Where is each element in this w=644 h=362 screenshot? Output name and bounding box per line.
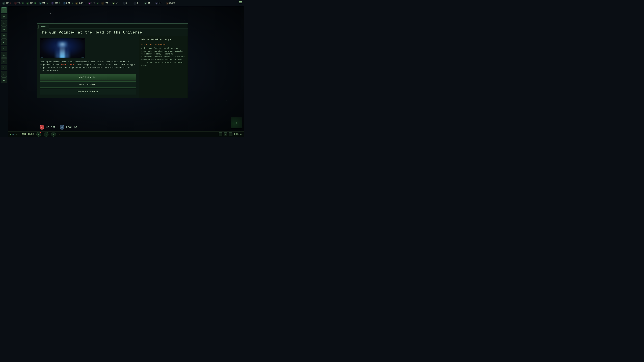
resource-fleet-power: ⚡ +74: [100, 2, 110, 5]
left-sidebar: ⚜ ◉ ⊕ ◕ ⊗ ⊳ ⚗ ☡ ✦ ✕ ◈ ✿: [0, 6, 8, 137]
resource-research: ⬡ 245K +2: [62, 2, 74, 5]
resource-pops: ♟ 24: [143, 2, 153, 5]
influence-icon: ◆: [88, 2, 91, 5]
research-value: 245K: [66, 2, 70, 4]
minimap-decoration: ✦: [236, 121, 238, 125]
event-description: Leading scientists across all conceivabl…: [40, 60, 136, 72]
fleets-value: 2/9: [158, 2, 162, 4]
consumer-delta: +10: [46, 2, 48, 4]
speed-chevron-3: ›: [18, 133, 19, 135]
sidebar-item-fleets[interactable]: ⊳: [1, 39, 7, 45]
image-glow: [57, 41, 68, 48]
influence-delta: +14: [96, 2, 98, 4]
event-image: [40, 38, 85, 58]
pops-value: 24: [148, 2, 150, 4]
look-at-label: Look At: [66, 126, 77, 129]
menu-line-1: [239, 1, 242, 2]
bottom-ctrl-1[interactable]: ⊟: [219, 132, 222, 136]
sidebar-item-traditions[interactable]: ✦: [1, 58, 7, 64]
center-icon-2[interactable]: ⊛: [44, 132, 48, 137]
sidebar-item-empire[interactable]: ⚜: [1, 7, 7, 13]
speed-indicator: › › ›: [14, 133, 19, 135]
l3-button-icon: L3: [60, 125, 64, 130]
info-divider: [142, 42, 185, 42]
center-icon-1[interactable]: ⊕: [36, 132, 41, 137]
systems-value: 1: [137, 2, 138, 4]
research-delta: +2: [71, 2, 72, 4]
resource-credits: ⚙ 69K -9: [1, 2, 12, 5]
choice-neutron-sweep[interactable]: Neutron Sweep: [40, 81, 136, 88]
select-label: Select: [46, 126, 56, 129]
empire-name: Dethlar: [234, 133, 242, 135]
consumer-icon: ◈: [39, 2, 42, 5]
alloys-value: 34K: [55, 2, 58, 4]
modal-right-panel: Divine Dethakkan League: Planet-Killer W…: [139, 36, 188, 98]
modal-tab-event[interactable]: Event: [38, 25, 49, 28]
resource-military: ⚔ 19/168: [165, 2, 176, 5]
modal-header: The Gun Pointed at the Head of the Unive…: [37, 28, 188, 36]
choice-world-cracker[interactable]: World Cracker: [40, 74, 136, 80]
food-value: 36K: [30, 2, 33, 4]
alert-icon[interactable]: ⚠: [58, 133, 60, 136]
alloys-delta: +7: [58, 2, 60, 4]
bottom-action-bar: ✕ Select L3 Look At: [37, 123, 97, 131]
play-controls: ▶ ◎ › › ›: [10, 133, 19, 136]
x-button-label: ✕: [41, 126, 42, 129]
info-weapon-desc: A directed feed of thermic energy superh…: [142, 47, 185, 67]
planets-icon: ●: [123, 2, 126, 5]
info-faction-name: Divine Dethakkan League:: [142, 38, 185, 41]
stability-icon: ☯: [112, 2, 115, 5]
unity-value: 1.1K: [79, 2, 83, 4]
mini-map[interactable]: ✦: [231, 117, 242, 128]
status-bar: ▶ ◎ › › › 2205.09.02 ⊕ ⊛ ⊡ ⚠ ⊟ ⊞ ⊠ Dethl…: [8, 131, 244, 137]
sidebar-item-policies[interactable]: ☡: [1, 52, 7, 58]
sidebar-item-war[interactable]: ✕: [1, 65, 7, 70]
game-date: 2205.09.02: [22, 133, 34, 135]
resource-fleets: ⚓ 2/9: [154, 2, 164, 5]
research-icon: ⬡: [63, 2, 66, 5]
center-icon-3[interactable]: ⊡: [51, 132, 56, 137]
speed-chevron-1: ›: [14, 133, 16, 135]
sidebar-item-species[interactable]: ◉: [1, 14, 7, 19]
resource-alloys: ⬡ 34K +7: [50, 2, 61, 5]
influence-value: 948K: [92, 2, 96, 4]
corner-bl: [40, 55, 43, 57]
look-at-action[interactable]: L3 Look At: [60, 125, 77, 130]
planets-value: 2: [126, 2, 127, 4]
modal-body: Leading scientists across all conceivabl…: [37, 36, 188, 98]
corner-br: [82, 55, 84, 57]
play-button[interactable]: ▶: [10, 133, 12, 136]
unity-delta: +4: [83, 2, 85, 4]
food-delta: +33: [33, 2, 36, 4]
pause-button[interactable]: ◎: [12, 133, 14, 135]
resource-unity: ◉ 1.1K +4: [74, 2, 86, 5]
fleet-power-value: +74: [105, 2, 108, 4]
fleets-icon: ⚓: [155, 2, 158, 5]
menu-button[interactable]: [239, 1, 242, 3]
credits-delta: -9: [10, 2, 11, 4]
sidebar-item-contacts[interactable]: ✿: [1, 77, 7, 83]
minerals-value: 37K: [18, 2, 20, 4]
systems-icon: ✦: [134, 2, 136, 5]
sidebar-item-council[interactable]: ⊕: [1, 20, 7, 26]
modal-left-panel: Leading scientists across all conceivabl…: [37, 36, 139, 98]
credits-value: 69K: [6, 2, 9, 4]
select-action[interactable]: ✕ Select: [40, 125, 56, 130]
sidebar-item-sectors[interactable]: ⊗: [1, 33, 7, 38]
corner-tr: [82, 39, 84, 42]
sidebar-item-technology[interactable]: ⚗: [1, 45, 7, 51]
military-icon: ⚔: [166, 2, 169, 5]
speed-chevron-2: ›: [16, 133, 17, 135]
choice-divine-enforcer[interactable]: Divine Enforcer: [40, 89, 136, 95]
minerals-delta: +38: [21, 2, 24, 4]
sidebar-item-planets[interactable]: ◕: [1, 26, 7, 32]
consumer-value: 35K: [42, 2, 45, 4]
bottom-ctrl-2[interactable]: ⊞: [224, 132, 228, 136]
notification-dot: [40, 132, 41, 133]
unity-icon: ◉: [75, 2, 78, 5]
resource-systems: ✦ 1: [132, 2, 142, 5]
modal-tab-label: Event: [41, 26, 46, 28]
bottom-ctrl-3[interactable]: ⊠: [229, 132, 232, 136]
alloys-icon: ⬡: [51, 2, 54, 5]
sidebar-item-diplomacy[interactable]: ◈: [1, 71, 7, 77]
